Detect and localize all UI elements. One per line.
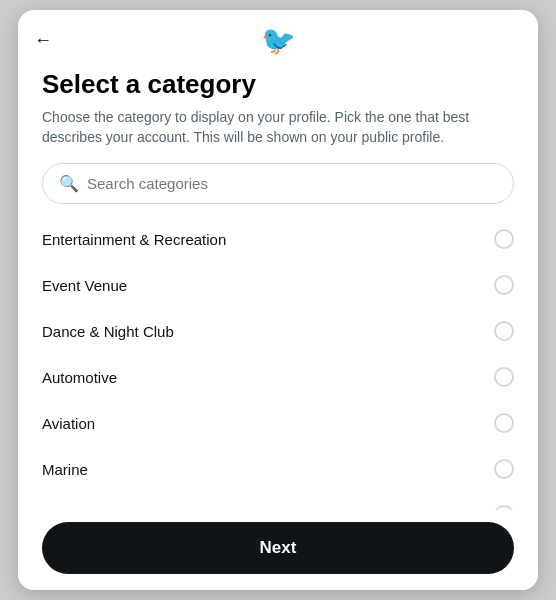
radio-circle <box>494 459 514 479</box>
radio-circle <box>494 229 514 249</box>
category-label: Marine <box>42 461 88 478</box>
list-item[interactable]: Marine <box>42 446 514 492</box>
category-label: Event Venue <box>42 277 127 294</box>
modal-header: ← 🐦 <box>18 10 538 65</box>
category-label: Entertainment & Recreation <box>42 231 226 248</box>
list-item[interactable]: Aviation <box>42 400 514 446</box>
page-subtitle: Choose the category to display on your p… <box>42 108 514 147</box>
search-icon: 🔍 <box>59 174 79 193</box>
list-item[interactable]: Automotive <box>42 354 514 400</box>
list-item[interactable]: Entertainment & Recreation <box>42 216 514 262</box>
back-button[interactable]: ← <box>34 30 52 51</box>
list-item[interactable]: Beauty, Cosmetic & Personal Care <box>42 492 514 510</box>
back-arrow-icon: ← <box>34 30 52 51</box>
radio-circle <box>494 367 514 387</box>
category-label: Dance & Night Club <box>42 323 174 340</box>
twitter-logo: 🐦 <box>261 24 296 57</box>
modal-footer: Next <box>18 510 538 590</box>
category-modal: ← 🐦 Select a category Choose the categor… <box>18 10 538 590</box>
category-label: Aviation <box>42 415 95 432</box>
radio-circle <box>494 321 514 341</box>
list-item[interactable]: Event Venue <box>42 262 514 308</box>
category-label: Automotive <box>42 369 117 386</box>
list-item[interactable]: Dance & Night Club <box>42 308 514 354</box>
page-title: Select a category <box>42 69 514 100</box>
radio-circle <box>494 413 514 433</box>
search-bar[interactable]: 🔍 <box>42 163 514 204</box>
next-button[interactable]: Next <box>42 522 514 574</box>
radio-circle <box>494 275 514 295</box>
search-input[interactable] <box>87 175 497 192</box>
modal-body: Select a category Choose the category to… <box>18 65 538 510</box>
categories-list: Entertainment & RecreationEvent VenueDan… <box>18 216 538 510</box>
